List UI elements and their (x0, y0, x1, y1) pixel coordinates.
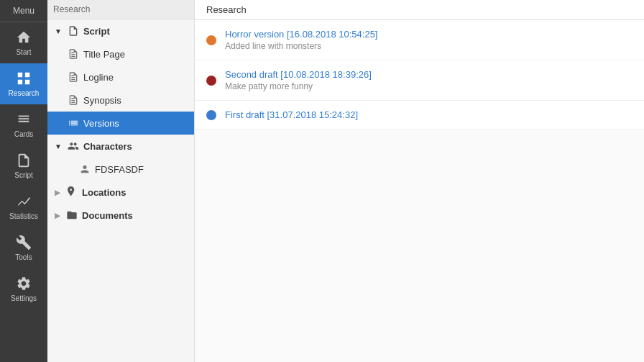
version-dot (206, 35, 216, 45)
version-info: Horror version [16.08.2018 10:54:25]Adde… (225, 29, 632, 51)
script-icon (16, 153, 32, 168)
tree-section-script-label: Script (83, 26, 110, 37)
page-icon (68, 48, 79, 60)
sidebar-item-cards[interactable]: Cards (0, 104, 47, 145)
tree-item-title-page[interactable]: Title Page (47, 42, 194, 65)
sidebar-item-script[interactable]: Script (0, 145, 47, 186)
content-header: Research (195, 0, 644, 20)
tree-item-versions-label: Versions (83, 118, 119, 129)
menu-label: Menu (13, 6, 34, 16)
version-info: First draft [31.07.2018 15:24:32] (225, 109, 632, 120)
sidebar-item-start[interactable]: Start (0, 22, 47, 63)
chevron-right-icon-locs: ▶ (55, 189, 60, 196)
version-subtitle: Added line with monsters (225, 41, 632, 51)
tree-sidebar: Research ▼ Script Title Page Logline Syn… (47, 0, 195, 362)
sidebar-item-tools[interactable]: Tools (0, 227, 47, 268)
sidebar-item-script-label: Script (14, 171, 33, 179)
chevron-right-icon-docs: ▶ (55, 212, 60, 220)
version-subtitle: Make patty more funny (225, 81, 632, 91)
main-content: Research Horror version [16.08.2018 10:5… (195, 0, 644, 362)
version-title[interactable]: First draft [31.07.2018 15:24:32] (225, 109, 632, 120)
menu-button[interactable]: Menu (0, 0, 47, 22)
version-item[interactable]: Second draft [10.08.2018 18:39:26]Make p… (195, 60, 644, 101)
tools-icon (16, 235, 32, 250)
tree-item-synopsis-label: Synopsis (83, 95, 121, 106)
synopsis-icon (68, 94, 79, 106)
sidebar-item-cards-label: Cards (14, 130, 34, 138)
version-dot (206, 110, 216, 120)
research-icon (16, 71, 32, 86)
icon-sidebar: Menu Start Research Cards Script Statist… (0, 0, 47, 362)
version-title[interactable]: Horror version [16.08.2018 10:54:25] (225, 29, 632, 40)
sidebar-item-tools-label: Tools (15, 253, 32, 261)
versions-list: Horror version [16.08.2018 10:54:25]Adde… (195, 20, 644, 362)
sidebar-item-research[interactable]: Research (0, 63, 47, 104)
chevron-down-icon: ▼ (55, 27, 62, 35)
tree-section-locations[interactable]: ▶ Locations (47, 181, 194, 204)
sidebar-item-start-label: Start (16, 48, 31, 56)
versions-icon (68, 117, 79, 129)
tree-section-documents-label: Documents (82, 210, 133, 221)
tree-section-documents[interactable]: ▶ Documents (47, 204, 194, 227)
tree-section-characters-label: Characters (83, 141, 132, 152)
tree-section-characters[interactable]: ▼ Characters (47, 135, 194, 158)
tree-item-logline[interactable]: Logline (47, 65, 194, 89)
sidebar-item-research-label: Research (9, 89, 40, 97)
chevron-down-icon-chars: ▼ (55, 142, 62, 150)
version-title[interactable]: Second draft [10.08.2018 18:39:26] (225, 69, 632, 80)
sidebar-item-statistics-label: Statistics (9, 212, 38, 220)
locations-icon (66, 186, 78, 198)
tree-item-fdsfasdf[interactable]: FDSFASDF (47, 158, 194, 181)
documents-icon (66, 209, 78, 221)
tree-item-title-page-label: Title Page (83, 49, 125, 60)
statistics-icon (16, 194, 32, 209)
version-item[interactable]: Horror version [16.08.2018 10:54:25]Adde… (195, 20, 644, 60)
tree-section-locations-label: Locations (82, 187, 126, 198)
version-item[interactable]: First draft [31.07.2018 15:24:32] (195, 101, 644, 130)
tree-item-fdsfasdf-label: FDSFASDF (95, 164, 144, 175)
version-info: Second draft [10.08.2018 18:39:26]Make p… (225, 69, 632, 91)
settings-icon (16, 276, 32, 291)
person-icon (79, 163, 91, 175)
logline-icon (68, 71, 79, 83)
tree-header: Research (47, 0, 194, 19)
tree-item-versions[interactable]: Versions (47, 112, 194, 135)
characters-icon (68, 140, 79, 152)
sidebar-item-statistics[interactable]: Statistics (0, 186, 47, 227)
cards-icon (16, 112, 32, 127)
sidebar-item-settings[interactable]: Settings (0, 268, 47, 309)
content-header-label: Research (206, 4, 247, 15)
script-tree-icon (68, 25, 79, 37)
tree-item-synopsis[interactable]: Synopsis (47, 89, 194, 112)
tree-item-logline-label: Logline (83, 72, 114, 83)
tree-section-script[interactable]: ▼ Script (47, 19, 194, 42)
sidebar-item-settings-label: Settings (11, 294, 37, 302)
version-dot (206, 76, 216, 86)
home-icon (16, 30, 32, 45)
